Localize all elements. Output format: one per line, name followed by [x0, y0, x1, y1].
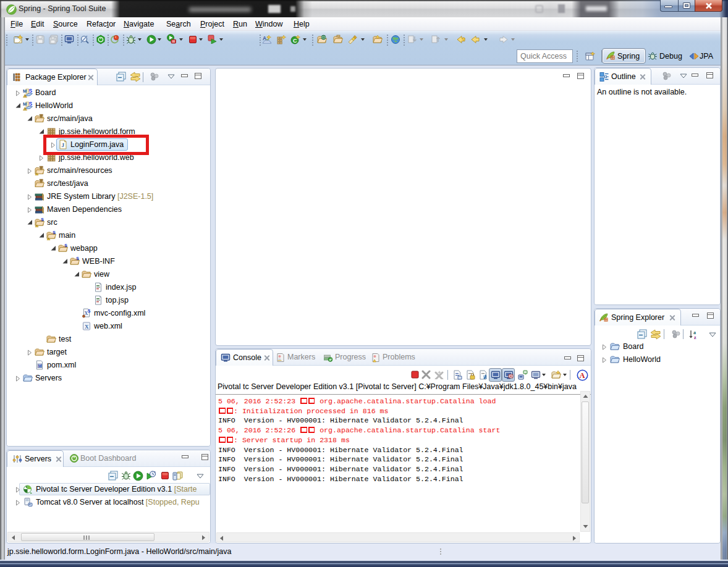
- svg-text:S: S: [53, 230, 56, 235]
- svg-text:X: X: [85, 324, 89, 330]
- svg-text:M: M: [23, 101, 27, 107]
- svg-text:S: S: [88, 309, 91, 313]
- svg-text:M: M: [38, 364, 41, 368]
- svg-text:z: z: [694, 335, 696, 340]
- svg-text:S: S: [29, 88, 33, 94]
- svg-text:S: S: [29, 101, 33, 107]
- svg-text:C: C: [293, 38, 297, 44]
- svg-text:M: M: [23, 88, 27, 94]
- svg-text:A: A: [580, 371, 585, 380]
- svg-text:S: S: [64, 243, 67, 248]
- svg-text:S: S: [41, 217, 44, 222]
- svg-text:S: S: [76, 256, 79, 261]
